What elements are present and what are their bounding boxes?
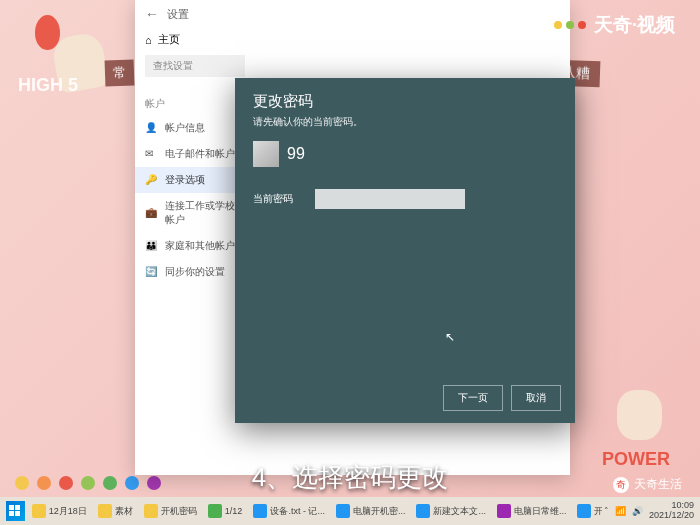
sidebar-item-label: 帐户信息	[165, 121, 205, 135]
password-label: 当前密码	[253, 192, 303, 206]
color-dot	[103, 476, 117, 490]
color-dot	[59, 476, 73, 490]
next-button[interactable]: 下一页	[443, 385, 503, 411]
svg-rect-2	[9, 511, 14, 516]
search-input[interactable]: 查找设置	[145, 55, 245, 77]
taskbar-item-label: 12月18日	[49, 505, 87, 518]
taskbar-item-icon	[416, 504, 430, 518]
taskbar-item-label: 开机密码	[161, 505, 197, 518]
taskbar-item[interactable]: 电脑日常维...	[492, 502, 572, 520]
dialog-subtitle: 请先确认你的当前密码。	[235, 115, 575, 141]
taskbar-item-icon	[253, 504, 267, 518]
window-title: 设置	[167, 7, 189, 22]
taskbar-item-label: 新建文本文...	[433, 505, 486, 518]
sidebar-category: 帐户	[135, 89, 250, 115]
sidebar-item-icon: 👤	[145, 122, 157, 134]
password-row: 当前密码	[235, 183, 575, 215]
taskbar-item-label: 开机密码.m...	[594, 505, 602, 518]
taskbar-date[interactable]: 2021/12/20	[649, 511, 694, 521]
sidebar-item-icon: 👪	[145, 240, 157, 252]
taskbar-item[interactable]: 开机密码.m...	[572, 502, 602, 520]
taskbar-item-icon	[336, 504, 350, 518]
avatar	[253, 141, 279, 167]
video-caption: 4、选择密码更改	[252, 460, 448, 495]
watermark-top: 天奇·视频	[554, 12, 675, 38]
color-dot	[37, 476, 51, 490]
taskbar-item[interactable]: 12月18日	[27, 502, 92, 520]
taskbar-item[interactable]: 设备.txt - 记...	[248, 502, 330, 520]
sidebar-item[interactable]: 👪家庭和其他帐户	[135, 233, 250, 259]
change-password-dialog: 更改密码 请先确认你的当前密码。 99 当前密码 下一页 取消	[235, 78, 575, 423]
taskbar-item[interactable]: 开机密码	[139, 502, 202, 520]
back-button[interactable]: ←	[145, 6, 159, 22]
cursor-icon: ↖	[445, 330, 455, 344]
tray-volume-icon[interactable]: 🔊	[632, 506, 643, 516]
taskbar-item-icon	[208, 504, 222, 518]
high5-text: HIGH 5	[18, 75, 78, 96]
tray-chevron-icon[interactable]: ˄	[604, 506, 609, 516]
wm-dot	[578, 21, 586, 29]
window-header: ← 设置	[135, 0, 570, 28]
taskbar-item-icon	[32, 504, 46, 518]
taskbar-tray[interactable]: ˄ 📶 🔊 10:09 2021/12/20	[604, 501, 694, 521]
dialog-title: 更改密码	[235, 78, 575, 115]
sidebar-item-label: 电子邮件和帐户	[165, 147, 235, 161]
taskbar-item-label: 电脑开机密...	[353, 505, 406, 518]
sidebar-item[interactable]: 🔄同步你的设置	[135, 259, 250, 285]
wm-dot	[554, 21, 562, 29]
taskbar[interactable]: 12月18日素材开机密码1/12设备.txt - 记...电脑开机密...新建文…	[0, 497, 700, 525]
tray-network-icon[interactable]: 📶	[615, 506, 626, 516]
taskbar-item-label: 电脑日常维...	[514, 505, 567, 518]
watermark-bottom-right: 奇 天奇生活	[613, 476, 682, 493]
sidebar-item-icon: 🔄	[145, 266, 157, 278]
username: 99	[287, 145, 305, 163]
color-dot	[81, 476, 95, 490]
sidebar-item[interactable]: ✉电子邮件和帐户	[135, 141, 250, 167]
taskbar-item-icon	[98, 504, 112, 518]
color-dot	[15, 476, 29, 490]
sidebar-item-label: 家庭和其他帐户	[165, 239, 235, 253]
sidebar-item-icon: ✉	[145, 148, 157, 160]
taskbar-item-icon	[144, 504, 158, 518]
taskbar-item[interactable]: 1/12	[203, 502, 248, 520]
settings-sidebar: 帐户 👤帐户信息✉电子邮件和帐户🔑登录选项💼连接工作或学校帐户👪家庭和其他帐户🔄…	[135, 81, 250, 486]
sidebar-item-icon: 🔑	[145, 174, 157, 186]
home-nav[interactable]: ⌂ 主页	[135, 28, 570, 51]
taskbar-item-label: 设备.txt - 记...	[270, 505, 325, 518]
sidebar-item[interactable]: 💼连接工作或学校帐户	[135, 193, 250, 233]
home-label: 主页	[158, 32, 180, 47]
windows-icon	[9, 505, 21, 517]
svg-rect-1	[15, 505, 20, 510]
wm-dot	[566, 21, 574, 29]
taskbar-item[interactable]: 素材	[93, 502, 138, 520]
logo-icon: 奇	[613, 477, 629, 493]
taskbar-item[interactable]: 电脑开机密...	[331, 502, 411, 520]
stamp-decoration-1: 常	[105, 60, 135, 87]
watermark-text: 天奇·视频	[594, 12, 675, 38]
taskbar-item-icon	[577, 504, 591, 518]
start-button[interactable]	[6, 501, 25, 521]
sidebar-item-label: 同步你的设置	[165, 265, 225, 279]
taskbar-item-label: 1/12	[225, 506, 243, 516]
svg-rect-0	[9, 505, 14, 510]
home-icon: ⌂	[145, 34, 152, 46]
cancel-button[interactable]: 取消	[511, 385, 561, 411]
fist-decoration	[617, 390, 662, 440]
sidebar-item[interactable]: 🔑登录选项	[135, 167, 250, 193]
watermark-br-text: 天奇生活	[634, 476, 682, 493]
svg-rect-3	[15, 511, 20, 516]
taskbar-item[interactable]: 新建文本文...	[411, 502, 491, 520]
sidebar-item[interactable]: 👤帐户信息	[135, 115, 250, 141]
sidebar-item-label: 登录选项	[165, 173, 205, 187]
taskbar-item-icon	[497, 504, 511, 518]
power-text: POWER	[602, 449, 670, 470]
sidebar-item-icon: 💼	[145, 207, 157, 219]
user-info: 99	[235, 141, 575, 183]
taskbar-item-label: 素材	[115, 505, 133, 518]
current-password-input[interactable]	[315, 189, 465, 209]
sidebar-item-label: 连接工作或学校帐户	[165, 199, 240, 227]
